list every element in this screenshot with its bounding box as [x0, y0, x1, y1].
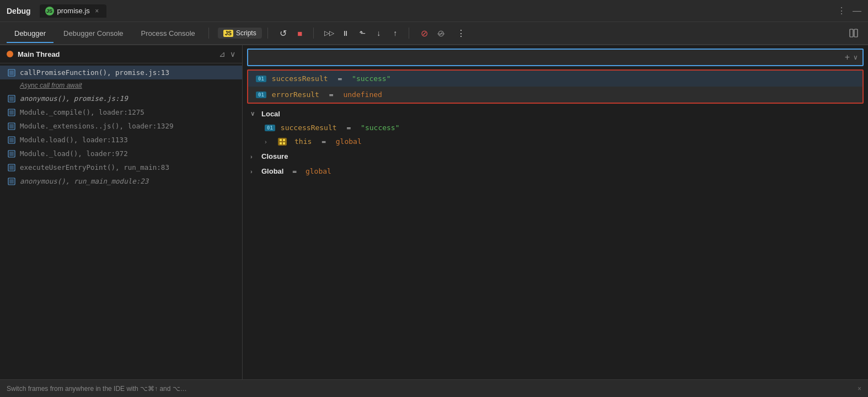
tab-process-console[interactable]: Process Console	[133, 25, 203, 42]
watch-dropdown-icon[interactable]: ∨	[853, 53, 858, 61]
stack-frame-label-8: anonymous(), run_main_module:23	[20, 177, 148, 185]
stack-frame-icon-3	[8, 109, 15, 116]
toolbar-divider-2	[267, 28, 268, 39]
closure-group-label: Closure	[261, 152, 288, 160]
var-name-this: this	[294, 137, 312, 146]
watch-value-2: undefined	[343, 90, 382, 99]
thread-actions: ⊿ ∨	[219, 50, 235, 58]
var-value-this: global	[336, 137, 362, 146]
svg-rect-11	[9, 138, 14, 142]
local-group-label: Local	[261, 110, 280, 118]
step-into-button[interactable]: ↓	[371, 25, 387, 41]
stack-frame-anonymous1[interactable]: anonymous(), promise.js:19	[0, 92, 242, 105]
svg-rect-9	[9, 124, 14, 128]
tab-close-button[interactable]: ×	[93, 7, 101, 15]
watch-add-icon[interactable]: +	[845, 52, 850, 62]
variables-global-group: › Global = global	[243, 164, 868, 178]
var-item-successresult[interactable]: 01 successResult = "success"	[243, 121, 868, 135]
file-tab[interactable]: JS promise.js ×	[40, 4, 106, 18]
debug-controls: ↺ ■	[276, 25, 308, 41]
var-type-badge-success: 01	[265, 125, 275, 131]
var-item-this[interactable]: › this = global	[243, 135, 868, 148]
local-chevron-icon: ∨	[250, 110, 257, 117]
breakpoints-button[interactable]: ⊘	[417, 25, 432, 41]
svg-rect-18	[280, 139, 282, 141]
thread-dropdown-icon[interactable]: ∨	[230, 50, 235, 58]
thread-header: Main Thread ⊿ ∨	[0, 45, 242, 63]
stack-frame-icon-5	[8, 136, 15, 144]
stack-frame-module-load[interactable]: Module.load(), loader:1133	[0, 133, 242, 147]
step-controls: ▷▷ ⏸ ⬏ ↓ ↑	[322, 25, 403, 41]
stack-frame-label-4: Module._extensions..js(), loader:1329	[20, 122, 173, 130]
scripts-button[interactable]: JS Scripts	[218, 28, 262, 39]
app-title: Debug	[7, 7, 31, 15]
status-bar: Switch frames from anywhere in the IDE w…	[0, 379, 868, 397]
variables-global-header[interactable]: › Global = global	[243, 164, 868, 178]
watch-input-container[interactable]: + ∨	[247, 49, 864, 66]
var-value-successresult: "success"	[361, 124, 399, 132]
toolbar-divider-4	[409, 28, 409, 39]
mute-button[interactable]: ⊘	[433, 25, 449, 41]
stack-frame-icon-8	[8, 178, 15, 185]
toolbar: Debugger Debugger Console Process Consol…	[0, 22, 868, 45]
pause-button[interactable]: ⏸	[338, 25, 353, 41]
stop-button[interactable]: ■	[292, 25, 308, 41]
stack-frame-module-extensions[interactable]: Module._extensions..js(), loader:1329	[0, 119, 242, 133]
variables-section: ∨ Local 01 successResult = "success" ›	[243, 104, 868, 181]
toolbar-divider-1	[208, 28, 209, 39]
stack-frame-label-6: Module._load(), loader:972	[20, 149, 128, 158]
this-expand-icon[interactable]: ›	[265, 138, 271, 145]
watch-item-successresult[interactable]: 01 successResult = "success"	[248, 71, 862, 87]
svg-rect-0	[850, 29, 853, 37]
status-close-button[interactable]: ×	[858, 385, 861, 393]
stack-frame-module-compile[interactable]: Module._compile(), loader:1275	[0, 105, 242, 119]
svg-rect-20	[280, 142, 282, 144]
svg-rect-7	[9, 110, 14, 115]
stack-frame-module-load2[interactable]: Module._load(), loader:972	[0, 147, 242, 160]
async-separator[interactable]: Async call from await	[0, 79, 242, 92]
variables-closure-header[interactable]: › Closure	[243, 149, 868, 163]
main-content: Main Thread ⊿ ∨ callPromiseFunction(), p…	[0, 45, 868, 379]
call-stack-panel: Main Thread ⊿ ∨ callPromiseFunction(), p…	[0, 45, 243, 379]
watch-item-errorresult[interactable]: 01 errorResult = undefined	[248, 87, 862, 103]
thread-name: Main Thread	[18, 50, 215, 58]
filter-icon[interactable]: ⊿	[219, 50, 226, 58]
stack-frame-execute[interactable]: executeUserEntryPoint(), run_main:83	[0, 160, 242, 174]
more-options-icon[interactable]: ⋮	[837, 6, 846, 16]
tab-debugger-console[interactable]: Debugger Console	[56, 25, 131, 42]
stack-frame-icon-4	[8, 122, 15, 130]
var-equals-this: =	[317, 137, 330, 146]
global-group-label: Global	[261, 167, 283, 175]
svg-rect-17	[9, 179, 14, 184]
stack-frame-callpromise[interactable]: callPromiseFunction(), promise.js:13	[0, 66, 242, 79]
step-out-button[interactable]: ↑	[388, 25, 403, 41]
tab-label: promise.js	[57, 7, 90, 15]
status-text: Switch frames from anywhere in the IDE w…	[7, 385, 187, 393]
split-button[interactable]	[846, 25, 861, 41]
resume-button[interactable]: ▷▷	[322, 25, 337, 41]
var-equals-successresult: =	[342, 124, 355, 132]
toolbar-divider-3	[313, 28, 314, 39]
call-stack-list: callPromiseFunction(), promise.js:13 Asy…	[0, 63, 242, 379]
this-type-icon	[278, 138, 287, 146]
reload-button[interactable]: ↺	[276, 25, 291, 41]
stack-frame-anonymous2[interactable]: anonymous(), run_main_module:23	[0, 174, 242, 188]
stack-frame-label-3: Module._compile(), loader:1275	[20, 108, 144, 116]
watch-value-1: "success"	[352, 74, 390, 83]
watch-equals-1: =	[334, 74, 346, 83]
more-button[interactable]: ⋮	[453, 25, 469, 41]
step-over-button[interactable]: ⬏	[355, 25, 370, 41]
watch-input[interactable]	[253, 53, 845, 62]
minimize-icon[interactable]: —	[853, 6, 861, 16]
variables-local-group: ∨ Local 01 successResult = "success" ›	[243, 107, 868, 148]
js-badge: JS	[223, 30, 233, 37]
watch-input-actions: + ∨	[845, 52, 858, 62]
tab-debugger[interactable]: Debugger	[7, 25, 53, 42]
svg-rect-1	[854, 29, 858, 37]
var-name-successresult: successResult	[281, 124, 337, 132]
variables-local-header[interactable]: ∨ Local	[243, 107, 868, 121]
thread-status-dot	[7, 51, 13, 57]
svg-rect-21	[283, 142, 285, 144]
watch-var-name-1: successResult	[272, 74, 328, 83]
js-file-icon: JS	[45, 7, 54, 15]
